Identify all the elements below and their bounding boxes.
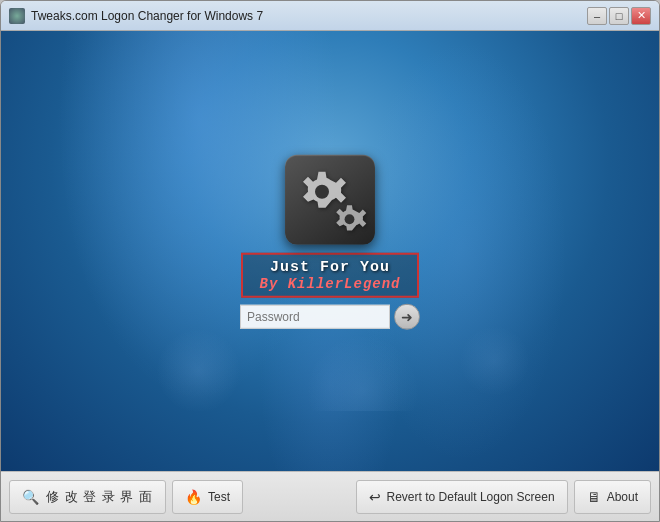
- flame-icon: 🔥: [185, 489, 202, 505]
- search-icon: 🔍: [22, 489, 40, 505]
- title-bar: Tweaks.com Logon Changer for Windows 7 –…: [1, 1, 659, 31]
- toolbar: 🔍 修 改 登 录 界 面 🔥 Test ↩ Revert to Default…: [1, 471, 659, 521]
- password-row: ➜: [240, 304, 420, 330]
- close-button[interactable]: ✕: [631, 7, 651, 25]
- username-label: Just For You: [259, 259, 400, 276]
- user-icon: [285, 155, 375, 245]
- info-icon: 🖥: [587, 489, 601, 505]
- main-window: Tweaks.com Logon Changer for Windows 7 –…: [0, 0, 660, 522]
- username-sub-label: By KillerLegend: [259, 276, 400, 292]
- app-icon: [9, 8, 25, 24]
- about-button[interactable]: 🖥 About: [574, 480, 651, 514]
- maximize-button[interactable]: □: [609, 7, 629, 25]
- content-area: Just For You By KillerLegend ➜: [1, 31, 659, 471]
- window-title: Tweaks.com Logon Changer for Windows 7: [31, 9, 587, 23]
- window-controls: – □ ✕: [587, 7, 651, 25]
- password-input[interactable]: [240, 305, 390, 329]
- username-box: Just For You By KillerLegend: [241, 253, 418, 298]
- minimize-button[interactable]: –: [587, 7, 607, 25]
- submit-button[interactable]: ➜: [394, 304, 420, 330]
- revert-button[interactable]: ↩ Revert to Default Logon Screen: [356, 480, 568, 514]
- test-button[interactable]: 🔥 Test: [172, 480, 243, 514]
- gear-small-icon: [332, 202, 367, 237]
- modify-logon-button[interactable]: 🔍 修 改 登 录 界 面: [9, 480, 166, 514]
- svg-point-0: [315, 185, 329, 199]
- svg-point-1: [345, 214, 355, 224]
- revert-icon: ↩: [369, 489, 381, 505]
- logon-box: Just For You By KillerLegend ➜: [240, 155, 420, 330]
